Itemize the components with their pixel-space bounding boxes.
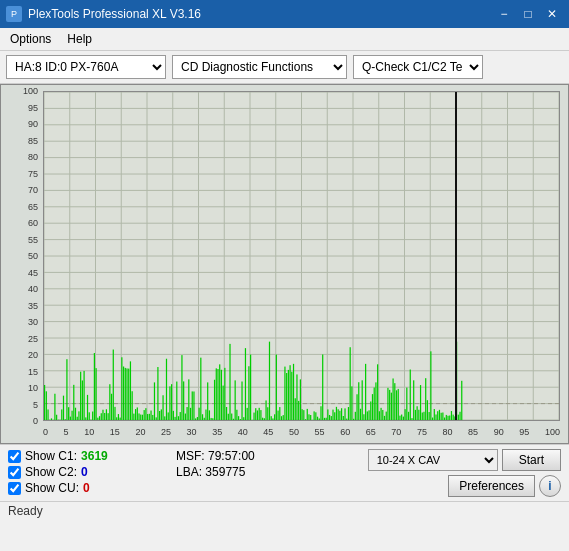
lba-label: LBA: (176, 465, 202, 479)
info-button[interactable]: i (539, 475, 561, 497)
toolbar: HA:8 ID:0 PX-760A CD Diagnostic Function… (0, 51, 569, 84)
cu-value: 0 (83, 481, 90, 495)
prefs-row: Preferences i (448, 475, 561, 497)
msf-value: 79:57:00 (208, 449, 255, 463)
show-c2-checkbox[interactable] (8, 466, 21, 479)
c1-value: 3619 (81, 449, 108, 463)
lba-row: LBA: 359775 (176, 465, 308, 479)
status-bar-area: Show C1: 3619 Show C2: 0 Show CU: 0 MSF:… (0, 444, 569, 501)
show-cu-checkbox[interactable] (8, 482, 21, 495)
menu-options[interactable]: Options (4, 30, 57, 48)
speed-select[interactable]: 10-24 X CAV (368, 449, 498, 471)
chart-canvas (44, 92, 559, 420)
cu-row: Show CU: 0 (8, 481, 168, 495)
chart-inner (43, 91, 560, 421)
minimize-button[interactable]: − (493, 5, 515, 23)
c2-value: 0 (81, 465, 88, 479)
function-select[interactable]: CD Diagnostic Functions (172, 55, 347, 79)
speed-row: 10-24 X CAV Start (368, 449, 561, 471)
preferences-button[interactable]: Preferences (448, 475, 535, 497)
show-cu-label: Show CU: (25, 481, 79, 495)
menu-help[interactable]: Help (61, 30, 98, 48)
c2-row: Show C2: 0 (8, 465, 168, 479)
c1-row: Show C1: 3619 (8, 449, 168, 463)
title-bar-left: P PlexTools Professional XL V3.16 (6, 6, 201, 22)
msf-label: MSF: (176, 449, 205, 463)
menu-bar: Options Help (0, 28, 569, 51)
test-select[interactable]: Q-Check C1/C2 Test (353, 55, 483, 79)
app-icon: P (6, 6, 22, 22)
restore-button[interactable]: □ (517, 5, 539, 23)
lba-value: 359775 (205, 465, 245, 479)
drive-select[interactable]: HA:8 ID:0 PX-760A (6, 55, 166, 79)
msf-col: MSF: 79:57:00 LBA: 359775 (168, 449, 308, 479)
title-bar: P PlexTools Professional XL V3.16 − □ ✕ (0, 0, 569, 28)
controls-col: 10-24 X CAV Start Preferences i (368, 449, 561, 497)
msf-row: MSF: 79:57:00 (176, 449, 308, 463)
show-c1-label: Show C1: (25, 449, 77, 463)
status-bar: Ready (0, 501, 569, 520)
show-c1-checkbox[interactable] (8, 450, 21, 463)
window-title: PlexTools Professional XL V3.16 (28, 7, 201, 21)
close-button[interactable]: ✕ (541, 5, 563, 23)
chart-area: 0 5 10 15 20 25 30 35 40 45 50 55 60 65 … (0, 84, 569, 444)
title-bar-controls: − □ ✕ (493, 5, 563, 23)
y-axis: 0 5 10 15 20 25 30 35 40 45 50 55 60 65 … (3, 91, 41, 421)
status-text: Ready (8, 504, 43, 518)
show-c2-label: Show C2: (25, 465, 77, 479)
start-button[interactable]: Start (502, 449, 561, 471)
x-axis: 0 5 10 15 20 25 30 35 40 45 50 55 60 65 … (43, 423, 560, 441)
checkboxes-col: Show C1: 3619 Show C2: 0 Show CU: 0 (8, 449, 168, 495)
